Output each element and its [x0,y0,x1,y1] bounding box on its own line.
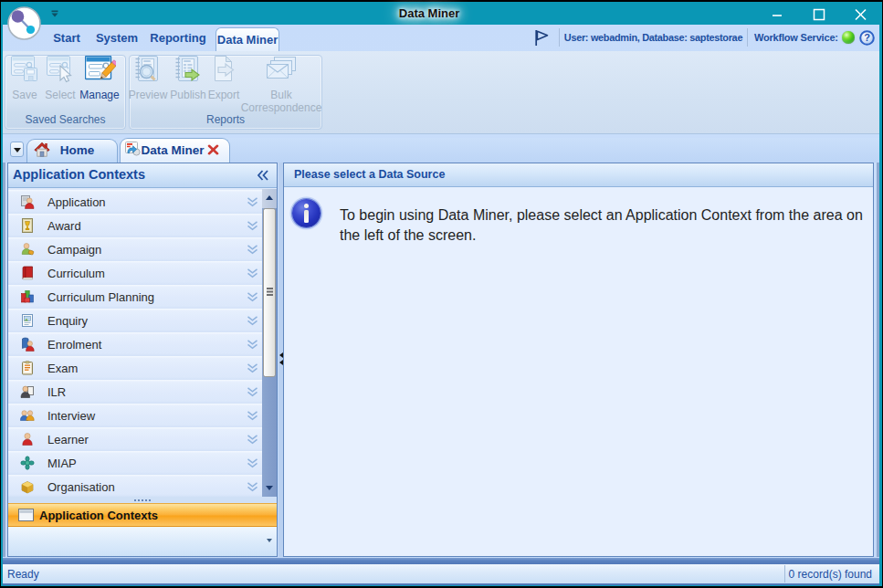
svg-text:?: ? [864,32,870,43]
